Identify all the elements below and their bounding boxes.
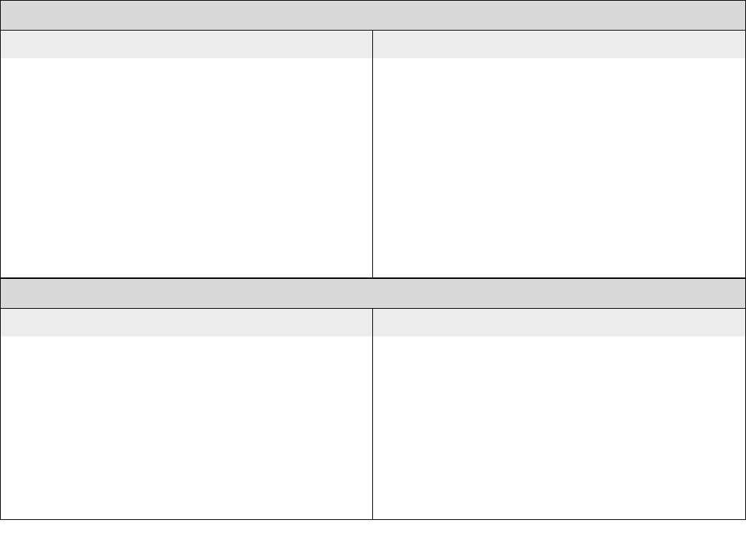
row-panels-2 <box>0 309 746 520</box>
panel-body-1-left <box>1 58 372 277</box>
panel-header-1-right <box>373 31 745 58</box>
panel-2-left <box>0 309 373 520</box>
panel-body-2-left <box>1 336 372 519</box>
panel-2-right <box>373 309 746 520</box>
panel-body-2-right <box>373 336 745 519</box>
panel-header-2-right <box>373 309 745 336</box>
panel-1-right <box>373 31 746 278</box>
row-title-2 <box>0 278 746 309</box>
panel-1-left <box>0 31 373 278</box>
chart-grid <box>0 0 746 520</box>
row-title-1 <box>0 0 746 31</box>
panel-header-2-left <box>1 309 372 336</box>
row-panels-1 <box>0 31 746 278</box>
panel-header-1-left <box>1 31 372 58</box>
panel-body-1-right <box>373 58 745 277</box>
